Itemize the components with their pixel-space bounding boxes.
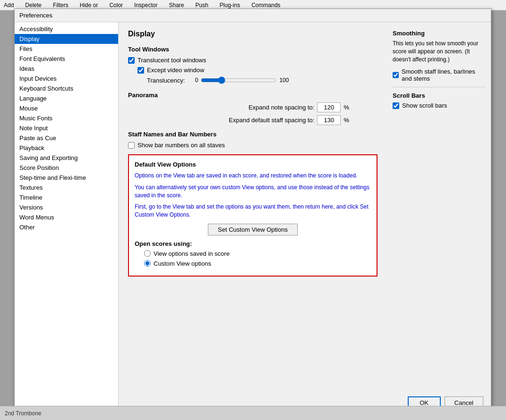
- show-bar-checkbox[interactable]: [128, 142, 135, 149]
- sidebar-item-playback[interactable]: Playback: [15, 143, 118, 153]
- sidebar-item-saving-and-exporting[interactable]: Saving and Exporting: [15, 153, 118, 163]
- sidebar-item-step-time-and-flexi-time[interactable]: Step-time and Flexi-time: [15, 173, 118, 183]
- menu-add[interactable]: Add: [2, 1, 16, 9]
- show-bar-row: Show bar numbers on all staves: [128, 142, 377, 149]
- smoothing-title: Smoothing: [393, 30, 485, 37]
- main-content: Display Tool Windows Translucent tool wi…: [119, 22, 387, 413]
- sidebar-item-versions[interactable]: Versions: [15, 202, 118, 212]
- show-scroll-row: Show scroll bars: [393, 102, 485, 109]
- translucency-slider[interactable]: [201, 76, 276, 84]
- sidebar-item-files[interactable]: Files: [15, 44, 118, 54]
- translucency-label: Translucency:: [147, 77, 185, 84]
- expand-note-label: Expand note spacing to:: [249, 104, 315, 111]
- panorama-panel: Panorama Expand note spacing to: % Expan…: [128, 92, 377, 125]
- menu-color[interactable]: Color: [107, 1, 125, 9]
- sidebar-item-other[interactable]: Other: [15, 222, 118, 232]
- panorama-title: Panorama: [128, 92, 377, 99]
- sidebar-item-input-devices[interactable]: Input Devices: [15, 74, 118, 84]
- staff-names-panel: Staff Names and Bar Numbers Show bar num…: [128, 131, 377, 149]
- smooth-label: Smooth staff lines, barlines and stems: [402, 68, 485, 82]
- sidebar-item-music-fonts[interactable]: Music Fonts: [15, 113, 118, 123]
- sidebar-item-accessibility[interactable]: Accessibility: [15, 24, 118, 34]
- staff-names-title: Staff Names and Bar Numbers: [128, 131, 377, 138]
- default-view-title: Default View Options: [135, 161, 371, 168]
- menu-filters[interactable]: Filters: [51, 1, 70, 9]
- display-title: Display: [128, 30, 377, 38]
- sidebar-item-word-menus[interactable]: Word Menus: [15, 212, 118, 222]
- show-scroll-label: Show scroll bars: [402, 102, 447, 109]
- expand-note-percent: %: [343, 104, 349, 111]
- bottom-bar-text: 2nd Trombone: [5, 410, 41, 417]
- radio-custom-input[interactable]: [144, 260, 151, 267]
- expand-note-row: Expand note spacing to: %: [128, 102, 377, 112]
- smoothing-text: This lets you set how smooth your score …: [393, 40, 485, 63]
- translucent-label: Translucent tool windows: [137, 57, 206, 64]
- radio-view-saved-input[interactable]: [144, 250, 151, 257]
- sidebar-item-score-position[interactable]: Score Position: [15, 163, 118, 173]
- expand-staff-input[interactable]: [317, 115, 341, 125]
- menu-inspector[interactable]: Inspector: [132, 1, 159, 9]
- open-scores-label: Open scores using:: [135, 240, 371, 247]
- expand-staff-label: Expand default staff spacing to:: [229, 117, 314, 124]
- expand-staff-percent: %: [343, 117, 349, 124]
- menu-delete[interactable]: Delete: [23, 1, 43, 9]
- view-options-text2: You can alternatively set your own custo…: [135, 184, 371, 200]
- view-options-text3: First, go to the View tab and set the op…: [135, 203, 371, 219]
- sidebar-item-font-equivalents[interactable]: Font Equivalents: [15, 54, 118, 64]
- default-view-options-box: Default View Options Options on the View…: [128, 154, 377, 277]
- sidebar: AccessibilityDisplayFilesFont Equivalent…: [15, 22, 119, 413]
- expand-staff-row: Expand default staff spacing to: %: [128, 115, 377, 125]
- right-panel: Smoothing This lets you set how smooth y…: [387, 22, 491, 413]
- menu-share[interactable]: Share: [167, 1, 186, 9]
- radio-custom-label: Custom View options: [154, 260, 211, 267]
- slider-container: 0 100: [190, 76, 293, 84]
- slider-min: 0: [190, 77, 198, 84]
- radio-view-saved-label: View options saved in score: [154, 250, 230, 257]
- sidebar-item-paste-as-cue[interactable]: Paste as Cue: [15, 133, 118, 143]
- bottom-bar: 2nd Trombone: [0, 406, 506, 420]
- sidebar-item-note-input[interactable]: Note Input: [15, 123, 118, 133]
- sidebar-item-textures[interactable]: Textures: [15, 183, 118, 193]
- view-options-text1: Options on the View tab are saved in eac…: [135, 172, 371, 180]
- except-video-checkbox[interactable]: [137, 67, 144, 74]
- sidebar-item-language[interactable]: Language: [15, 93, 118, 103]
- menu-push[interactable]: Push: [193, 1, 210, 9]
- radio-view-options-saved: View options saved in score: [144, 250, 371, 257]
- expand-note-input[interactable]: [317, 102, 341, 112]
- slider-max: 100: [279, 77, 293, 84]
- show-bar-label: Show bar numbers on all staves: [137, 142, 225, 149]
- except-video-label: Except video window: [147, 67, 204, 74]
- right-divider: [393, 87, 485, 87]
- sidebar-item-ideas[interactable]: Ideas: [15, 64, 118, 74]
- preferences-dialog: Preferences AccessibilityDisplayFilesFon…: [14, 8, 491, 414]
- dialog-title: Preferences: [15, 9, 491, 22]
- scroll-bars-title: Scroll Bars: [393, 92, 485, 99]
- show-scroll-checkbox[interactable]: [393, 102, 399, 109]
- radio-custom-view-options: Custom View options: [144, 260, 371, 267]
- set-custom-view-button[interactable]: Set Custom View Options: [208, 224, 298, 235]
- smooth-checkbox[interactable]: [393, 72, 399, 78]
- tool-windows-panel: Tool Windows Translucent tool windows Ex…: [128, 46, 377, 84]
- sidebar-item-display[interactable]: Display: [15, 34, 118, 44]
- smooth-row: Smooth staff lines, barlines and stems: [393, 68, 485, 82]
- menu-plugins[interactable]: Plug-ins: [218, 1, 242, 9]
- dialog-body: AccessibilityDisplayFilesFont Equivalent…: [15, 22, 491, 413]
- sidebar-item-keyboard-shortcuts[interactable]: Keyboard Shortcuts: [15, 84, 118, 93]
- tool-windows-title: Tool Windows: [128, 46, 377, 53]
- menu-commands[interactable]: Commands: [249, 1, 282, 9]
- sidebar-item-mouse[interactable]: Mouse: [15, 103, 118, 113]
- translucent-checkbox[interactable]: [128, 57, 135, 64]
- menu-hide-or[interactable]: Hide or: [78, 1, 100, 9]
- sidebar-item-timeline[interactable]: Timeline: [15, 193, 118, 202]
- translucency-row: Translucency: 0 100: [147, 76, 377, 84]
- translucent-row: Translucent tool windows: [128, 57, 377, 64]
- except-video-row: Except video window: [137, 67, 377, 74]
